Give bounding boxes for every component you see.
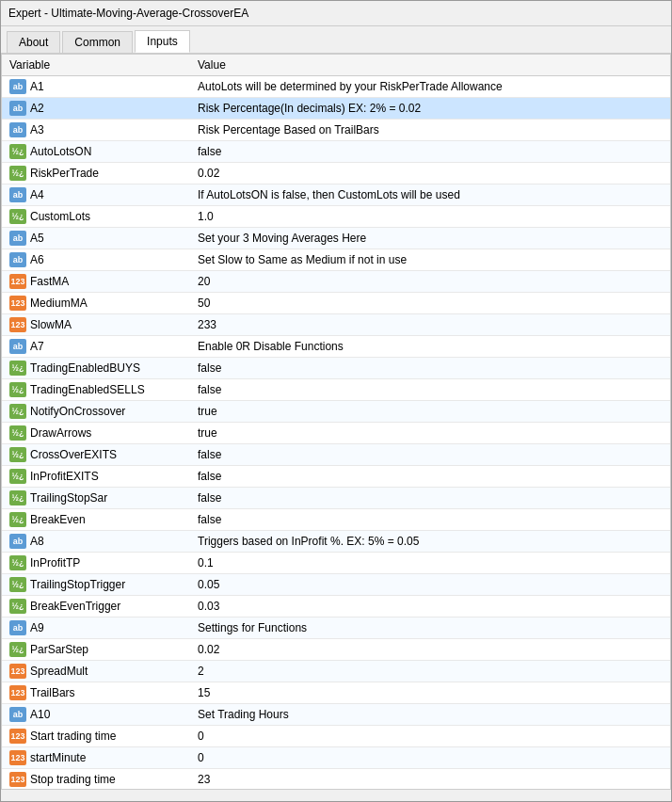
ab-icon: ab: [9, 620, 26, 635]
table-row[interactable]: 123 SpreadMult 2: [2, 661, 670, 682]
variable-name: TrailingStopSar: [30, 491, 107, 505]
num-icon: 123: [9, 685, 26, 700]
val-icon: ½¿: [9, 144, 26, 159]
table-row[interactable]: ½¿ BreakEven false: [2, 509, 670, 531]
table-row[interactable]: 123 Stop trading time 23: [2, 769, 670, 790]
variable-name: A7: [30, 340, 44, 353]
params-table: Variable Value ab A1 AutoLots will be de…: [2, 55, 670, 789]
tab-bar: AboutCommonInputs: [1, 26, 671, 54]
table-row[interactable]: ½¿ RiskPerTrade 0.02: [2, 163, 670, 184]
variable-name: A9: [30, 621, 44, 634]
variable-cell: 123 SlowMA: [2, 314, 190, 335]
value-cell: false: [190, 466, 670, 488]
table-row[interactable]: ab A5 Set your 3 Moving Averages Here: [2, 228, 670, 249]
table-row[interactable]: ½¿ CustomLots 1.0: [2, 206, 670, 228]
value-cell: 23: [190, 769, 670, 790]
variable-name: FastMA: [30, 275, 69, 288]
value-cell: 0.03: [190, 596, 670, 618]
table-row[interactable]: ½¿ CrossOverEXITS false: [2, 444, 670, 466]
variable-name: TradingEnabledBUYS: [30, 361, 140, 375]
table-row[interactable]: ½¿ TradingEnabledBUYS false: [2, 358, 670, 379]
value-cell: true: [190, 423, 670, 444]
variable-name: A5: [30, 232, 44, 245]
table-row[interactable]: ab A2 Risk Percentage(In decimals) EX: 2…: [2, 98, 670, 120]
table-row[interactable]: 123 SlowMA 233: [2, 314, 670, 336]
tab-common[interactable]: Common: [62, 31, 133, 53]
num-icon: 123: [9, 664, 26, 679]
val-icon: ½¿: [9, 469, 26, 484]
table-row[interactable]: ½¿ DrawArrows true: [2, 423, 670, 444]
num-icon: 123: [9, 750, 26, 765]
variable-cell: ab A1: [2, 76, 190, 97]
variable-cell: ½¿ InProfitEXITS: [2, 466, 190, 487]
ab-icon: ab: [9, 187, 26, 202]
variable-cell: ½¿ TrailingStopTrigger: [2, 574, 190, 595]
variable-cell: ab A2: [2, 98, 190, 119]
variable-name: A8: [30, 535, 44, 548]
table-row[interactable]: 123 MediumMA 50: [2, 293, 670, 314]
value-cell: 1.0: [190, 206, 670, 228]
variable-cell: ab A5: [2, 228, 190, 249]
table-row[interactable]: ab A6 Set Slow to Same as Medium if not …: [2, 249, 670, 271]
value-cell: true: [190, 401, 670, 423]
variable-cell: ab A3: [2, 120, 190, 140]
ab-icon: ab: [9, 101, 26, 116]
col-header-value: Value: [190, 55, 670, 76]
table-row[interactable]: ½¿ ParSarStep 0.02: [2, 639, 670, 661]
tab-about[interactable]: About: [7, 31, 60, 53]
variable-cell: ½¿ NotifyOnCrossover: [2, 401, 190, 422]
val-icon: ½¿: [9, 599, 26, 614]
table-row[interactable]: ½¿ TrailingStopTrigger 0.05: [2, 574, 670, 596]
variable-name: BreakEven: [30, 513, 86, 526]
table-row[interactable]: ½¿ NotifyOnCrossover true: [2, 401, 670, 423]
variable-name: ParSarStep: [30, 643, 88, 656]
table-row[interactable]: 123 startMinute 0: [2, 747, 670, 769]
table-row[interactable]: 123 Start trading time 0: [2, 726, 670, 747]
table-row[interactable]: ½¿ InProfitTP 0.1: [2, 553, 670, 574]
table-row[interactable]: ½¿ AutoLotsON false: [2, 141, 670, 163]
variable-name: AutoLotsON: [30, 145, 91, 158]
variable-name: A3: [30, 123, 44, 136]
tab-inputs[interactable]: Inputs: [135, 30, 190, 53]
table-row[interactable]: ab A7 Enable 0R Disable Functions: [2, 336, 670, 358]
value-cell: Set Trading Hours: [190, 704, 670, 726]
content-area: Variable Value ab A1 AutoLots will be de…: [1, 54, 671, 790]
variable-name: A1: [30, 80, 44, 93]
variable-cell: ½¿ AutoLotsON: [2, 141, 190, 162]
ab-icon: ab: [9, 534, 26, 549]
table-container[interactable]: Variable Value ab A1 AutoLots will be de…: [2, 55, 670, 789]
table-row[interactable]: ½¿ BreakEvenTrigger 0.03: [2, 596, 670, 618]
table-row[interactable]: ab A10 Set Trading Hours: [2, 704, 670, 726]
ab-icon: ab: [9, 339, 26, 354]
variable-cell: ½¿ BreakEvenTrigger: [2, 596, 190, 617]
variable-name: Stop trading time: [30, 773, 116, 786]
table-row[interactable]: ab A9 Settings for Functions: [2, 618, 670, 639]
table-row[interactable]: ½¿ InProfitEXITS false: [2, 466, 670, 488]
value-cell: 15: [190, 682, 670, 704]
value-cell: AutoLots will be determined by your Risk…: [190, 76, 670, 98]
val-icon: ½¿: [9, 425, 26, 441]
table-row[interactable]: ab A1 AutoLots will be determined by you…: [2, 76, 670, 98]
val-icon: ½¿: [9, 447, 26, 462]
value-cell: 0: [190, 726, 670, 747]
variable-name: A10: [30, 708, 50, 721]
table-row[interactable]: ½¿ TradingEnabledSELLS false: [2, 379, 670, 401]
value-cell: 0.02: [190, 163, 670, 184]
variable-name: RiskPerTrade: [30, 167, 99, 180]
value-cell: false: [190, 444, 670, 466]
table-row[interactable]: 123 FastMA 20: [2, 271, 670, 293]
value-cell: Settings for Functions: [190, 618, 670, 639]
variable-cell: 123 Stop trading time: [2, 769, 190, 789]
variable-name: A6: [30, 253, 44, 266]
variable-name: BreakEvenTrigger: [30, 600, 120, 613]
table-row[interactable]: ab A3 Risk Percentage Based on TrailBars: [2, 120, 670, 141]
val-icon: ½¿: [9, 490, 26, 505]
table-row[interactable]: ab A4 If AutoLotsON is false, then Custo…: [2, 184, 670, 206]
table-row[interactable]: ab A8 Triggers based on InProfit %. EX: …: [2, 531, 670, 553]
table-row[interactable]: ½¿ TrailingStopSar false: [2, 488, 670, 509]
ab-icon: ab: [9, 252, 26, 267]
variable-name: CustomLots: [30, 210, 90, 223]
variable-name: TradingEnabledSELLS: [30, 383, 145, 396]
val-icon: ½¿: [9, 512, 26, 527]
table-row[interactable]: 123 TrailBars 15: [2, 682, 670, 704]
